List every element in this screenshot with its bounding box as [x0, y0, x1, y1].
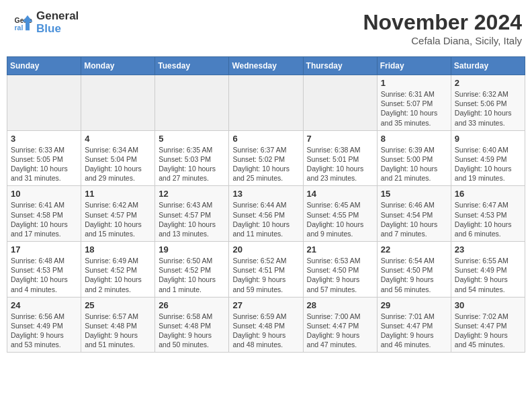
calendar-cell: 18Sunrise: 6:49 AMSunset: 4:52 PMDayligh… [81, 242, 155, 298]
day-number: 20 [232, 244, 299, 255]
day-info: Sunrise: 6:43 AMSunset: 4:57 PMDaylight:… [159, 200, 225, 238]
day-info: Sunrise: 6:34 AMSunset: 5:04 PMDaylight:… [85, 145, 151, 183]
calendar-cell: 8Sunrise: 6:39 AMSunset: 5:00 PMDaylight… [377, 130, 451, 186]
calendar-cell: 17Sunrise: 6:48 AMSunset: 4:53 PMDayligh… [7, 242, 81, 298]
calendar-cell: 12Sunrise: 6:43 AMSunset: 4:57 PMDayligh… [155, 186, 229, 242]
day-info: Sunrise: 6:37 AMSunset: 5:02 PMDaylight:… [232, 145, 299, 183]
day-number: 30 [455, 300, 521, 310]
calendar-cell: 26Sunrise: 6:58 AMSunset: 4:48 PMDayligh… [155, 297, 229, 353]
day-number: 19 [159, 244, 225, 255]
day-number: 27 [232, 300, 299, 310]
day-info: Sunrise: 6:59 AMSunset: 4:48 PMDaylight:… [232, 312, 299, 350]
day-number: 5 [159, 134, 225, 144]
day-number: 11 [85, 189, 151, 199]
day-info: Sunrise: 6:45 AMSunset: 4:55 PMDaylight:… [307, 200, 373, 238]
calendar-cell: 3Sunrise: 6:33 AMSunset: 5:05 PMDaylight… [7, 130, 81, 186]
day-number: 22 [381, 244, 447, 255]
calendar-cell [7, 75, 81, 131]
day-info: Sunrise: 6:35 AMSunset: 5:03 PMDaylight:… [159, 145, 225, 183]
day-number: 1 [381, 78, 447, 88]
calendar-cell: 6Sunrise: 6:37 AMSunset: 5:02 PMDaylight… [229, 130, 303, 186]
calendar-cell: 27Sunrise: 6:59 AMSunset: 4:48 PMDayligh… [229, 297, 303, 353]
logo-text-line1: General [36, 10, 79, 23]
month-title: November 2024 [363, 10, 522, 35]
day-info: Sunrise: 6:50 AMSunset: 4:52 PMDaylight:… [159, 256, 225, 294]
calendar-week-5: 24Sunrise: 6:56 AMSunset: 4:49 PMDayligh… [7, 297, 525, 353]
calendar-week-3: 10Sunrise: 6:41 AMSunset: 4:58 PMDayligh… [7, 186, 525, 242]
day-number: 24 [11, 300, 77, 310]
calendar-cell: 22Sunrise: 6:54 AMSunset: 4:50 PMDayligh… [377, 242, 451, 298]
day-number: 13 [232, 189, 299, 199]
day-info: Sunrise: 6:40 AMSunset: 4:59 PMDaylight:… [455, 145, 521, 183]
calendar-week-1: 1Sunrise: 6:31 AMSunset: 5:07 PMDaylight… [7, 75, 525, 131]
calendar-cell: 15Sunrise: 6:46 AMSunset: 4:54 PMDayligh… [377, 186, 451, 242]
day-info: Sunrise: 6:54 AMSunset: 4:50 PMDaylight:… [381, 256, 447, 294]
day-info: Sunrise: 6:41 AMSunset: 4:58 PMDaylight:… [11, 200, 77, 238]
day-number: 7 [307, 134, 373, 144]
day-info: Sunrise: 6:38 AMSunset: 5:01 PMDaylight:… [307, 145, 373, 183]
day-number: 10 [11, 189, 77, 199]
logo-text-line2: Blue [36, 23, 79, 36]
day-number: 2 [455, 78, 521, 88]
day-info: Sunrise: 6:33 AMSunset: 5:05 PMDaylight:… [11, 145, 77, 183]
day-info: Sunrise: 6:56 AMSunset: 4:49 PMDaylight:… [11, 312, 77, 350]
day-info: Sunrise: 6:32 AMSunset: 5:06 PMDaylight:… [455, 89, 521, 128]
calendar-cell: 16Sunrise: 6:47 AMSunset: 4:53 PMDayligh… [451, 186, 525, 242]
day-info: Sunrise: 7:02 AMSunset: 4:47 PMDaylight:… [455, 312, 521, 350]
calendar-cell: 21Sunrise: 6:53 AMSunset: 4:50 PMDayligh… [303, 242, 377, 298]
calendar-header: SundayMondayTuesdayWednesdayThursdayFrid… [7, 57, 525, 75]
weekday-header-friday: Friday [377, 57, 451, 75]
calendar-cell [303, 75, 377, 131]
calendar-cell [81, 75, 155, 131]
calendar-cell [229, 75, 303, 131]
calendar-cell: 29Sunrise: 7:01 AMSunset: 4:47 PMDayligh… [377, 297, 451, 353]
page-header: Gene ral General Blue November 2024 Cefa… [7, 7, 525, 50]
day-info: Sunrise: 6:48 AMSunset: 4:53 PMDaylight:… [11, 256, 77, 294]
day-number: 6 [232, 134, 299, 144]
calendar-week-2: 3Sunrise: 6:33 AMSunset: 5:05 PMDaylight… [7, 130, 525, 186]
calendar-cell: 19Sunrise: 6:50 AMSunset: 4:52 PMDayligh… [155, 242, 229, 298]
weekday-header-sunday: Sunday [7, 57, 81, 75]
calendar-cell: 11Sunrise: 6:42 AMSunset: 4:57 PMDayligh… [81, 186, 155, 242]
day-number: 15 [381, 189, 447, 199]
calendar-table: SundayMondayTuesdayWednesdayThursdayFrid… [7, 56, 525, 353]
weekday-header-wednesday: Wednesday [229, 57, 303, 75]
logo-icon: Gene ral [13, 13, 34, 33]
day-number: 9 [455, 134, 521, 144]
day-number: 25 [85, 300, 151, 310]
day-info: Sunrise: 6:46 AMSunset: 4:54 PMDaylight:… [381, 200, 447, 238]
logo: Gene ral General Blue [13, 10, 79, 35]
day-info: Sunrise: 6:39 AMSunset: 5:00 PMDaylight:… [381, 145, 447, 183]
day-info: Sunrise: 6:57 AMSunset: 4:48 PMDaylight:… [85, 312, 151, 350]
calendar-cell: 23Sunrise: 6:55 AMSunset: 4:49 PMDayligh… [451, 242, 525, 298]
day-number: 3 [11, 134, 77, 144]
day-number: 8 [381, 134, 447, 144]
calendar-cell: 13Sunrise: 6:44 AMSunset: 4:56 PMDayligh… [229, 186, 303, 242]
calendar-cell: 9Sunrise: 6:40 AMSunset: 4:59 PMDaylight… [451, 130, 525, 186]
day-number: 12 [159, 189, 225, 199]
day-info: Sunrise: 6:52 AMSunset: 4:51 PMDaylight:… [232, 256, 299, 294]
calendar-cell: 30Sunrise: 7:02 AMSunset: 4:47 PMDayligh… [451, 297, 525, 353]
day-info: Sunrise: 6:42 AMSunset: 4:57 PMDaylight:… [85, 200, 151, 238]
calendar-cell: 10Sunrise: 6:41 AMSunset: 4:58 PMDayligh… [7, 186, 81, 242]
day-info: Sunrise: 6:31 AMSunset: 5:07 PMDaylight:… [381, 89, 447, 128]
day-info: Sunrise: 6:58 AMSunset: 4:48 PMDaylight:… [159, 312, 225, 350]
calendar-cell: 14Sunrise: 6:45 AMSunset: 4:55 PMDayligh… [303, 186, 377, 242]
day-number: 14 [307, 189, 373, 199]
calendar-cell: 1Sunrise: 6:31 AMSunset: 5:07 PMDaylight… [377, 75, 451, 131]
day-info: Sunrise: 6:55 AMSunset: 4:49 PMDaylight:… [455, 256, 521, 294]
weekday-header-thursday: Thursday [303, 57, 377, 75]
day-info: Sunrise: 6:44 AMSunset: 4:56 PMDaylight:… [232, 200, 299, 238]
calendar-cell: 7Sunrise: 6:38 AMSunset: 5:01 PMDaylight… [303, 130, 377, 186]
calendar-cell: 5Sunrise: 6:35 AMSunset: 5:03 PMDaylight… [155, 130, 229, 186]
location-subtitle: Cefala Diana, Sicily, Italy [363, 35, 522, 46]
weekday-header-saturday: Saturday [451, 57, 525, 75]
day-info: Sunrise: 6:49 AMSunset: 4:52 PMDaylight:… [85, 256, 151, 294]
day-info: Sunrise: 7:00 AMSunset: 4:47 PMDaylight:… [307, 312, 373, 350]
day-number: 4 [85, 134, 151, 144]
calendar-cell [155, 75, 229, 131]
day-info: Sunrise: 6:47 AMSunset: 4:53 PMDaylight:… [455, 200, 521, 238]
day-number: 18 [85, 244, 151, 255]
day-number: 29 [381, 300, 447, 310]
day-number: 26 [159, 300, 225, 310]
